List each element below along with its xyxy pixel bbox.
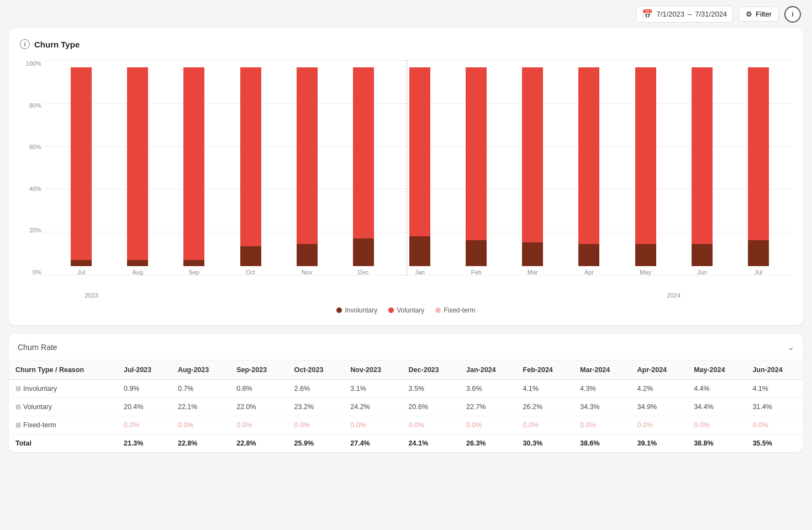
title-info-icon: i: [20, 39, 30, 49]
involuntary-segment: [409, 236, 430, 266]
dropdown-label: Churn Rate: [18, 343, 57, 352]
bar-stack[interactable]: [692, 60, 713, 266]
churn-type-card: i Churn Type 0%20%40%60%80%100% JulAugSe…: [9, 28, 803, 325]
voluntary-segment: [353, 67, 374, 239]
table-cell: 0.0%: [631, 416, 688, 434]
bar-month-label: Jun: [697, 269, 707, 275]
table-column-header: Oct-2023: [288, 361, 344, 380]
main-content: i Churn Type 0%20%40%60%80%100% JulAugSe…: [0, 28, 812, 461]
bar-month-label: May: [640, 269, 651, 275]
involuntary-segment: [466, 240, 487, 266]
y-axis: 0%20%40%60%80%100%: [20, 60, 45, 275]
table-cell: 0.0%: [171, 416, 230, 434]
table-column-header: Aug-2023: [171, 361, 230, 380]
bar-stack[interactable]: [466, 60, 487, 266]
table-cell: 0.0%: [117, 416, 171, 434]
bar-group[interactable]: Jul: [53, 60, 109, 275]
table-column-header: Jun-2024: [746, 361, 803, 380]
calendar-icon: 📅: [642, 9, 653, 19]
table-cell: 0.0%: [230, 416, 287, 434]
y-axis-label: 80%: [20, 102, 45, 109]
bar-group[interactable]: Mar: [504, 60, 561, 275]
legend-dot: [388, 308, 394, 313]
total-cell: 25.9%: [288, 434, 344, 453]
bar-stack[interactable]: [522, 60, 543, 266]
table-cell: 22.1%: [171, 398, 230, 416]
table-cell: 3.5%: [402, 380, 460, 398]
bar-group[interactable]: Oct: [222, 60, 278, 275]
voluntary-segment: [297, 67, 318, 244]
total-cell: 38.8%: [687, 434, 746, 453]
bars-container: JulAugSepOctNovDecJanFebMarAprMayJunJul: [48, 60, 792, 275]
voluntary-segment: [409, 67, 430, 236]
table-cell: 4.1%: [746, 380, 803, 398]
bar-month-label: Dec: [358, 269, 369, 275]
filter-label: Filter: [756, 10, 772, 18]
table-column-header: Jan-2024: [460, 361, 516, 380]
table-cell: 4.2%: [631, 380, 688, 398]
table-row: ⊞Fixed-term0.0%0.0%0.0%0.0%0.0%0.0%0.0%0…: [9, 416, 803, 434]
table-cell: 34.4%: [687, 398, 746, 416]
table-cell: 0.0%: [288, 416, 344, 434]
table-card: Churn Rate ⌄ Churn Type / ReasonJul-2023…: [9, 334, 803, 452]
y-axis-label: 60%: [20, 144, 45, 150]
legend-label: Voluntary: [397, 306, 424, 314]
bar-stack[interactable]: [127, 60, 148, 266]
bar-group[interactable]: Sep: [166, 60, 222, 275]
date-range[interactable]: 📅 7/1/2023 – 7/31/2024: [636, 6, 733, 23]
bar-group[interactable]: Dec: [335, 60, 392, 275]
row-expand-icon[interactable]: ⊞: [15, 421, 21, 429]
involuntary-segment: [353, 239, 374, 266]
bar-month-label: Jul: [755, 269, 762, 275]
churn-rate-table: Churn Type / ReasonJul-2023Aug-2023Sep-2…: [9, 361, 803, 452]
voluntary-segment: [635, 67, 656, 244]
bar-group[interactable]: Jun: [674, 60, 730, 275]
bar-stack[interactable]: [635, 60, 656, 266]
table-column-header: Mar-2024: [573, 361, 630, 380]
voluntary-segment: [522, 67, 543, 242]
table-cell: 23.2%: [288, 398, 344, 416]
table-cell: 0.7%: [171, 380, 230, 398]
bar-stack[interactable]: [409, 60, 430, 266]
bar-stack[interactable]: [183, 60, 204, 266]
table-cell: 0.0%: [344, 416, 402, 434]
bar-stack[interactable]: [240, 60, 261, 266]
bar-group[interactable]: May: [618, 60, 674, 275]
voluntary-segment: [71, 67, 92, 260]
table-cell: 22.0%: [230, 398, 287, 416]
total-cell: 21.3%: [117, 434, 171, 453]
table-cell: 2.6%: [288, 380, 344, 398]
bar-month-label: Nov: [302, 269, 313, 275]
bar-stack[interactable]: [748, 60, 769, 266]
table-column-header: Churn Type / Reason: [9, 361, 117, 380]
y-axis-label: 40%: [20, 186, 45, 192]
bar-stack[interactable]: [353, 60, 374, 266]
chart-year-2024: 2024: [667, 292, 680, 299]
bar-stack[interactable]: [71, 60, 92, 266]
row-expand-icon[interactable]: ⊞: [15, 385, 21, 393]
involuntary-segment: [748, 240, 769, 266]
legend-label: Involuntary: [345, 306, 377, 314]
involuntary-segment: [297, 244, 318, 266]
table-cell: 20.4%: [117, 398, 171, 416]
bar-stack[interactable]: [297, 60, 318, 266]
voluntary-segment: [748, 67, 769, 240]
bar-group[interactable]: Apr: [561, 60, 617, 275]
total-cell: 22.8%: [230, 434, 287, 453]
voluntary-segment: [240, 67, 261, 246]
table-cell: 22.7%: [460, 398, 516, 416]
table-cell: 0.0%: [460, 416, 516, 434]
chart-year-2023: 2023: [85, 292, 98, 299]
bar-stack[interactable]: [578, 60, 599, 266]
table-column-header: Jul-2023: [117, 361, 171, 380]
bar-group[interactable]: Aug: [109, 60, 166, 275]
bar-group[interactable]: Jan: [392, 60, 448, 275]
bar-group[interactable]: Jul: [730, 60, 787, 275]
bar-group[interactable]: Feb: [448, 60, 504, 275]
chart-legend: InvoluntaryVoluntaryFixed-term: [20, 306, 792, 314]
info-button[interactable]: i: [784, 6, 801, 23]
dropdown-header[interactable]: Churn Rate ⌄: [9, 334, 803, 361]
filter-button[interactable]: ⚙ Filter: [739, 7, 779, 22]
row-expand-icon[interactable]: ⊞: [15, 403, 21, 411]
bar-group[interactable]: Nov: [279, 60, 335, 275]
